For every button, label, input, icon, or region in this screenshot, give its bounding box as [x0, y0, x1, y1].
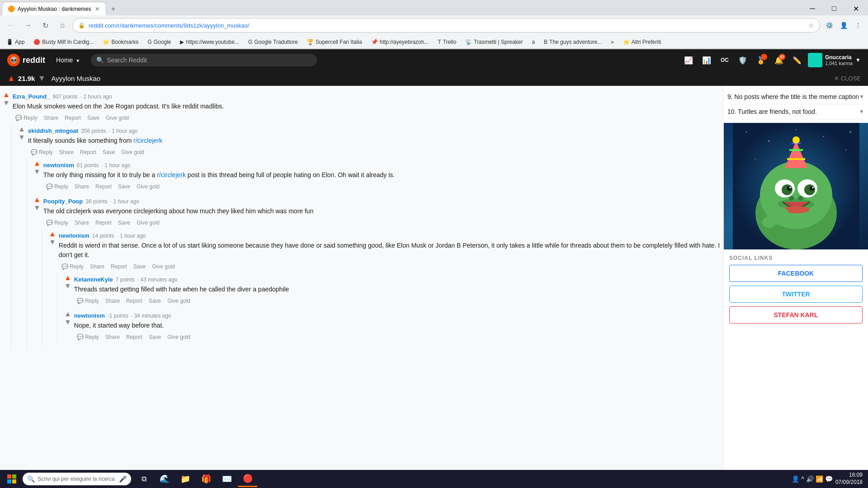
tab-close-btn[interactable]: ✕	[94, 6, 100, 12]
report-btn-c1[interactable]: Report	[62, 114, 84, 122]
bookmark-spreaker[interactable]: 📡Trasmetti | Spreaker	[462, 38, 525, 46]
rule-9[interactable]: 9. No posts where the title is the meme …	[727, 89, 864, 104]
reply-btn-c2[interactable]: 💬 Reply	[28, 148, 56, 156]
extensions-icon[interactable]: ⚙️	[823, 19, 835, 32]
search-bar[interactable]: 🔍	[91, 54, 317, 66]
bookmark-google[interactable]: GGoogle	[145, 38, 174, 46]
home-button[interactable]: Home ▼	[52, 55, 84, 66]
downvote-c5[interactable]: ▼	[49, 239, 56, 246]
edit-icon[interactable]: ✏️	[790, 53, 804, 67]
address-bar[interactable]: 🔒 reddit.com/r/dankmemes/comments/9ds1zk…	[72, 18, 820, 33]
reddit-logo[interactable]: 👽 reddit	[7, 54, 45, 66]
refresh-button[interactable]: ↻	[38, 18, 52, 33]
circlejerk-link-c2[interactable]: r/circlejerk	[133, 137, 162, 144]
downvote-c2[interactable]: ▼	[18, 134, 25, 141]
share-btn-c7[interactable]: Share	[103, 333, 123, 341]
taskbar-people-icon[interactable]: 👤	[792, 475, 799, 483]
share-btn-c5[interactable]: Share	[87, 263, 107, 271]
search-input[interactable]	[107, 56, 311, 64]
upvote-c7[interactable]: ▲	[64, 310, 71, 318]
reply-btn-c1[interactable]: 💬 Reply	[13, 114, 40, 122]
bookmark-trello[interactable]: TTrello	[435, 38, 459, 46]
share-btn-c3[interactable]: Share	[72, 183, 92, 191]
upvote-c2[interactable]: ▲	[18, 126, 25, 133]
awards-icon[interactable]: 🏅 4	[754, 53, 768, 67]
upvote-c4[interactable]: ▲	[33, 196, 41, 203]
coins-icon[interactable]: 📊	[699, 53, 714, 67]
minimize-button[interactable]: ─	[802, 2, 823, 15]
mail-button[interactable]: ✉️	[217, 471, 237, 487]
upvote-c5[interactable]: ▲	[49, 230, 56, 238]
chrome-button[interactable]: 🔴	[238, 471, 258, 487]
bookmark-busty[interactable]: 🔴Busty Milf In Cardig...	[31, 38, 96, 46]
browser-tab-active[interactable]: 🟠 Ayyylon Muskao : dankmemes ✕	[2, 2, 106, 15]
save-btn-c6[interactable]: Save	[146, 297, 164, 305]
report-btn-c7[interactable]: Report	[123, 333, 145, 341]
share-btn-c1[interactable]: Share	[41, 114, 61, 122]
comment-author-c6[interactable]: KetamineKyle	[74, 276, 113, 283]
close-button[interactable]: ✕	[845, 2, 866, 15]
taskbar-time[interactable]: 16:09 07/09/2018	[835, 472, 863, 486]
facebook-button[interactable]: FACEBOOK	[729, 265, 863, 282]
save-btn-c1[interactable]: Save	[85, 114, 102, 122]
comment-author-c1[interactable]: Ezra_Pound_	[13, 93, 50, 100]
upvote-c3[interactable]: ▲	[33, 160, 41, 167]
taskbar-search[interactable]: 🔍 Scrivi qui per eseguire la ricerca 🎤	[23, 473, 131, 485]
taskbar-network-icon[interactable]: 📶	[816, 475, 823, 483]
give-gold-btn-c2[interactable]: Give gold	[118, 148, 147, 156]
give-gold-btn-c7[interactable]: Give gold	[165, 333, 193, 341]
explorer-button[interactable]: 📁	[175, 471, 195, 487]
new-tab-button[interactable]: +	[107, 3, 120, 15]
give-gold-btn-c6[interactable]: Give gold	[165, 297, 193, 305]
start-button[interactable]	[2, 471, 22, 487]
save-btn-c5[interactable]: Save	[131, 263, 148, 271]
taskbar-chevron-icon[interactable]: ^	[801, 475, 804, 483]
bookmark-youtube[interactable]: ▶https://www.youtube...	[177, 38, 241, 46]
give-gold-btn-c4[interactable]: Give gold	[134, 219, 162, 227]
forward-button[interactable]: →	[21, 18, 35, 33]
report-btn-c3[interactable]: Report	[93, 183, 114, 191]
share-btn-c2[interactable]: Share	[57, 148, 76, 156]
bookmark-star-icon[interactable]: ☆	[808, 22, 814, 29]
downvote-c7[interactable]: ▼	[64, 319, 71, 326]
taskbar-notification-icon[interactable]: 💬	[825, 475, 833, 483]
downvote-c3[interactable]: ▼	[33, 168, 41, 175]
twitter-button[interactable]: TWITTER	[729, 286, 863, 303]
comment-author-c2[interactable]: skiddish_mtngoat	[28, 127, 78, 134]
reply-btn-c4[interactable]: 💬 Reply	[43, 219, 71, 227]
save-btn-c4[interactable]: Save	[115, 219, 133, 227]
bookmark-guys[interactable]: BThe guys adventure...	[541, 38, 604, 46]
save-btn-c3[interactable]: Save	[115, 183, 133, 191]
give-gold-btn-c5[interactable]: Give gold	[149, 263, 178, 271]
user-info[interactable]: Gnuccaria 1,041 karma ▼	[808, 53, 861, 67]
report-btn-c2[interactable]: Report	[77, 148, 99, 156]
bookmark-amazon[interactable]: a	[529, 38, 538, 46]
home-button[interactable]: ⌂	[55, 18, 70, 33]
stefan-karl-button[interactable]: STEFAN KARL	[729, 306, 863, 324]
maximize-button[interactable]: □	[824, 2, 844, 15]
downvote-c4[interactable]: ▼	[33, 204, 41, 211]
notifications-icon[interactable]: 🔔 37	[772, 53, 786, 67]
reply-btn-c7[interactable]: 💬 Reply	[74, 333, 102, 341]
close-button[interactable]: ✕ CLOSE	[834, 75, 861, 82]
bookmark-altri[interactable]: ⭐Altri Preferiti	[620, 38, 664, 46]
upvote-c6[interactable]: ▲	[64, 274, 71, 282]
back-button[interactable]: ←	[4, 18, 18, 33]
reply-btn-c3[interactable]: 💬 Reply	[43, 183, 71, 191]
reply-btn-c5[interactable]: 💬 Reply	[59, 263, 86, 271]
save-btn-c7[interactable]: Save	[146, 333, 164, 341]
taskview-button[interactable]: ⧉	[134, 471, 154, 487]
rule-10[interactable]: 10. Turtles are friends, not food. ▼	[727, 104, 864, 119]
comment-author-c4[interactable]: Poopity_Poop	[43, 198, 83, 205]
profile-icon[interactable]: 👤	[837, 19, 850, 32]
bookmark-supercell[interactable]: 🏆Supercell Fan Italia	[304, 38, 365, 46]
comment-author-c5[interactable]: newtonism	[59, 232, 90, 239]
downvote-c1[interactable]: ▼	[3, 99, 10, 107]
bookmark-ayey[interactable]: 📌http://ayeyebrazoh...	[368, 38, 432, 46]
shield-icon[interactable]: 🛡️	[736, 53, 750, 67]
report-btn-c4[interactable]: Report	[93, 219, 114, 227]
upvote-c1[interactable]: ▲	[3, 91, 10, 99]
bookmark-bookmarks[interactable]: ⭐Bookmarks	[100, 38, 141, 46]
oc-icon[interactable]: OC	[717, 53, 732, 67]
taskbar-volume-icon[interactable]: 🔊	[806, 475, 814, 483]
